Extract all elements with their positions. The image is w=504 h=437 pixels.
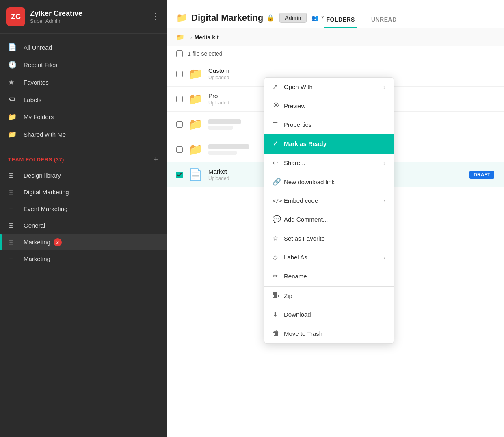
admin-badge[interactable]: Admin <box>279 13 306 23</box>
ctx-properties[interactable]: ☰ Properties <box>264 115 394 134</box>
file-list-header: 1 file selected <box>167 46 504 61</box>
sidebar-item-design-library[interactable]: ⊞ Design library <box>0 167 167 184</box>
lock-icon: 🔒 <box>266 14 275 22</box>
page-title: Digital Marketing <box>191 13 263 23</box>
sidebar-item-event-marketing[interactable]: ⊞ Event Marketing <box>0 200 167 217</box>
ctx-label-zip: Zip <box>284 292 385 299</box>
ctx-preview[interactable]: 👁 Preview <box>264 96 394 115</box>
folder-icon: 📁 <box>188 92 203 106</box>
zip-icon: 🗜 <box>273 292 284 299</box>
sidebar-item-marketing[interactable]: ⊞ Marketing 2 <box>0 234 167 250</box>
ctx-label-share: Share... <box>284 159 383 166</box>
ctx-label-set-as-favorite: Set as Favorite <box>284 235 385 242</box>
unread-badge: 2 <box>54 238 62 246</box>
ctx-label-embed-code: Embed code <box>284 197 383 204</box>
file-checkbox[interactable] <box>176 146 183 153</box>
brand-role: Super Admin <box>30 18 151 24</box>
ctx-label-rename: Rename <box>284 273 385 280</box>
sidebar-item-general[interactable]: ⊞ General <box>0 217 167 234</box>
draft-badge: DRAFT <box>469 171 494 179</box>
link-icon: 🔗 <box>273 178 284 186</box>
doc-icon: 📄 <box>188 168 203 181</box>
ctx-share[interactable]: ↩ Share... › <box>264 154 394 172</box>
grid-icon: ⊞ <box>8 254 19 263</box>
sidebar-item-labels[interactable]: 🏷 Labels <box>0 91 167 108</box>
tab-unread[interactable]: UNREAD <box>369 12 399 28</box>
users-icon: 👥 <box>311 15 318 21</box>
add-team-folder-button[interactable]: + <box>153 155 158 164</box>
file-meta <box>208 151 237 155</box>
sidebar-header: ZC Zylker Creative Super Admin ⋮ <box>0 0 167 34</box>
file-checkbox[interactable] <box>176 71 183 77</box>
team-folders-header: TEAM FOLDERS (37) + <box>0 148 167 167</box>
chevron-right-icon: › <box>383 198 385 204</box>
file-checkbox[interactable] <box>176 121 183 128</box>
preview-icon: 👁 <box>273 102 284 110</box>
open-with-icon: ↗ <box>273 83 284 91</box>
sidebar-item-all-unread[interactable]: 📄 All Unread <box>0 39 167 56</box>
file-checkbox[interactable] <box>176 96 183 102</box>
chevron-right-icon: › <box>383 254 385 261</box>
sidebar-item-recent-files[interactable]: 🕐 Recent Files <box>0 56 167 74</box>
brand-info: Zylker Creative Super Admin <box>30 9 151 24</box>
sidebar-item-my-folders[interactable]: 📁 My Folders <box>0 108 167 126</box>
main-folder-icon: 📁 <box>176 13 187 23</box>
grid-icon: ⊞ <box>8 204 19 213</box>
ctx-download[interactable]: ⬇ Download <box>264 305 394 324</box>
ctx-mark-as-ready[interactable]: ✓ Mark as Ready <box>264 134 394 154</box>
context-menu: ↗ Open With › 👁 Preview ☰ Properties ✓ M… <box>264 77 394 344</box>
document-icon: 📄 <box>8 43 19 52</box>
rename-icon: ✏ <box>273 272 284 280</box>
grid-icon: ⊞ <box>8 238 19 246</box>
sidebar-item-favorites[interactable]: ★ Favorites <box>0 74 167 91</box>
label-icon: ◇ <box>273 253 284 261</box>
ctx-add-comment[interactable]: 💬 Add Comment... <box>264 210 394 229</box>
ctx-label-add-comment: Add Comment... <box>284 216 385 223</box>
sidebar-item-digital-marketing[interactable]: ⊞ Digital Marketing <box>0 184 167 200</box>
check-circle-icon: ✓ <box>273 139 284 148</box>
ctx-label-download: Download <box>284 311 385 318</box>
ctx-rename[interactable]: ✏ Rename <box>264 267 394 286</box>
file-name <box>208 144 249 149</box>
comment-icon: 💬 <box>273 215 284 224</box>
nav-section: 📄 All Unread 🕐 Recent Files ★ Favorites … <box>0 34 167 148</box>
file-name <box>208 119 241 124</box>
sidebar-item-shared-with-me[interactable]: 📁 Shared with Me <box>0 126 167 143</box>
ctx-label-open-with: Open With <box>284 83 383 90</box>
tab-folders[interactable]: FOLDERS <box>324 12 357 28</box>
more-options-icon[interactable]: ⋮ <box>151 11 160 22</box>
ctx-label-move-to-trash: Move to Trash <box>284 330 385 337</box>
ctx-embed-code[interactable]: </> Embed code › <box>264 192 394 210</box>
star-icon: ★ <box>8 78 19 87</box>
ctx-label-properties: Properties <box>284 121 385 128</box>
folder-icon: 📁 <box>8 113 19 121</box>
sidebar-item-marketing-2[interactable]: ⊞ Marketing <box>0 250 167 267</box>
ctx-label-preview: Preview <box>284 102 385 109</box>
share-icon: ↩ <box>273 159 284 167</box>
ctx-move-to-trash[interactable]: 🗑 Move to Trash <box>264 324 394 343</box>
chevron-right-icon: › <box>383 160 385 166</box>
file-selected-count: 1 file selected <box>188 50 223 57</box>
shared-folder-icon: 📁 <box>8 130 19 139</box>
brand-name: Zylker Creative <box>30 9 151 18</box>
ctx-zip[interactable]: 🗜 Zip <box>264 286 394 305</box>
breadcrumb-name: Media kit <box>195 34 219 41</box>
label-icon: 🏷 <box>8 96 19 104</box>
ctx-label-mark-as-ready: Mark as Ready <box>284 140 385 147</box>
ctx-label-as[interactable]: ◇ Label As › <box>264 248 394 267</box>
ctx-label-label-as: Label As <box>284 254 383 261</box>
favorite-icon: ☆ <box>273 235 284 242</box>
list-icon: ☰ <box>273 121 284 128</box>
file-checkbox[interactable] <box>176 172 183 178</box>
ctx-label-new-download-link: New download link <box>284 178 385 185</box>
ctx-new-download-link[interactable]: 🔗 New download link <box>264 172 394 192</box>
folder-icon: 📁 <box>188 67 203 80</box>
clock-icon: 🕐 <box>8 61 19 69</box>
select-all-checkbox[interactable] <box>176 50 183 57</box>
grid-icon: ⊞ <box>8 171 19 180</box>
company-logo: ZC <box>6 7 25 26</box>
grid-icon: ⊞ <box>8 188 19 196</box>
file-name: Custom <box>208 67 494 74</box>
ctx-open-with[interactable]: ↗ Open With › <box>264 78 394 96</box>
ctx-set-as-favorite[interactable]: ☆ Set as Favorite <box>264 229 394 248</box>
